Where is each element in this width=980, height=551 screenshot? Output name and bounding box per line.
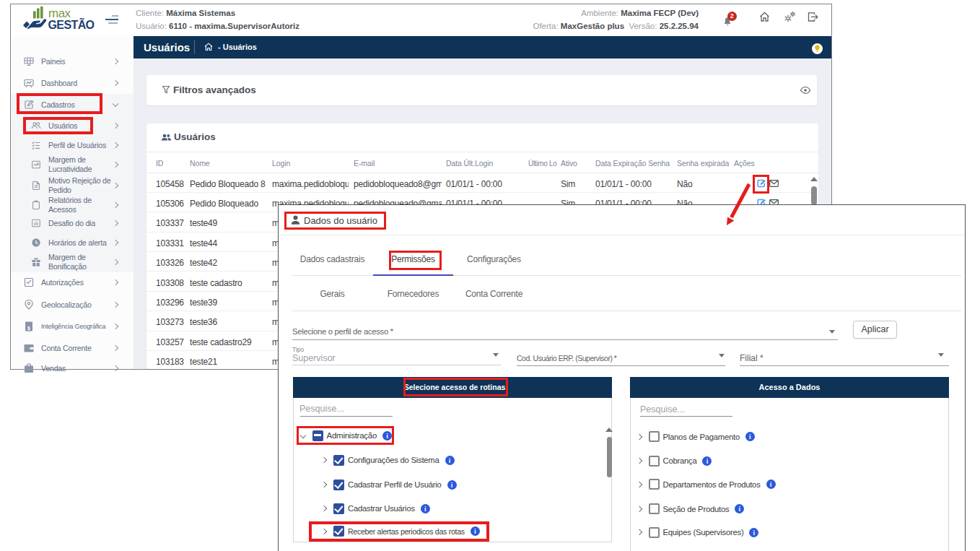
svg-text:GESTÃO: GESTÃO bbox=[48, 17, 95, 31]
svg-text:$: $ bbox=[27, 326, 30, 331]
